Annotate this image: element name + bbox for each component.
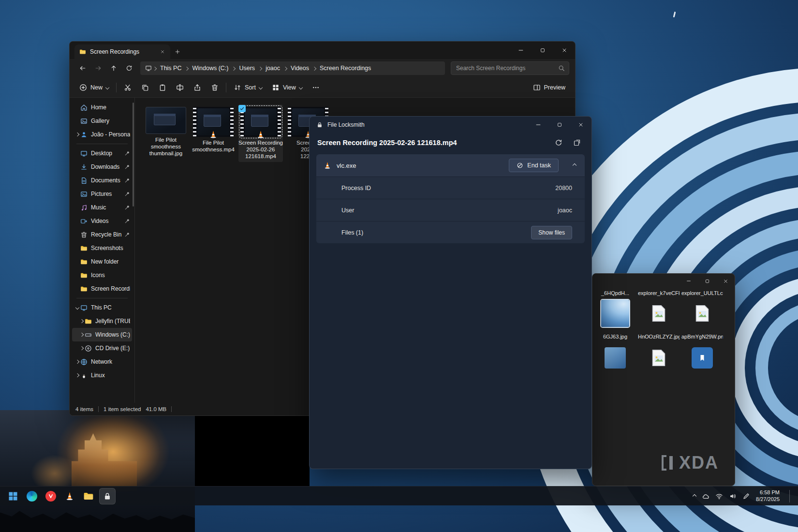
gallery-thumbnail-file[interactable] [681, 298, 723, 329]
sidebar-item-documents[interactable]: Documents [72, 174, 132, 187]
back-button[interactable] [75, 61, 90, 75]
sidebar-item-this-pc[interactable]: This PC [72, 301, 132, 314]
cut-icon [124, 84, 132, 91]
sidebar-item-network[interactable]: Network [72, 355, 132, 369]
new-button[interactable]: New [74, 80, 114, 95]
gallery-thumbnail-file[interactable] [638, 342, 680, 373]
file-locksmith-taskbar-icon[interactable] [99, 488, 116, 504]
image-thumbnail [146, 107, 186, 134]
view-button[interactable]: View [267, 80, 307, 95]
start-button[interactable] [5, 488, 21, 504]
breadcrumb-users[interactable]: Users [236, 65, 257, 72]
edge-icon[interactable] [24, 488, 40, 504]
maximize-button[interactable] [698, 274, 716, 288]
sidebar-item-new-folder[interactable]: New folder [72, 255, 132, 268]
hidden-icons-chevron[interactable] [693, 495, 696, 498]
collapse-chevron[interactable] [573, 164, 576, 167]
tab-screen-recordings[interactable]: Screen Recordings [74, 44, 170, 59]
forward-button[interactable] [91, 61, 105, 75]
close-button[interactable] [553, 42, 575, 59]
selection-checkbox[interactable] [238, 105, 246, 112]
file-item-jpg[interactable]: File Pilot smoothness thumbnail.jpg [144, 104, 188, 159]
breadcrumb-this-pc[interactable]: This PC [158, 65, 184, 72]
search-icon [558, 65, 565, 72]
folder-icon [80, 272, 88, 279]
breadcrumb-windows-c[interactable]: Windows (C:) [190, 65, 231, 72]
tab-strip: Screen Recordings [70, 42, 575, 59]
sidebar-item-jellyfin[interactable]: Jellyfin (TRUEN [72, 314, 132, 328]
sidebar-item-linux[interactable]: Linux [72, 369, 132, 382]
sidebar-item-downloads[interactable]: Downloads [72, 160, 132, 174]
close-button[interactable] [716, 274, 735, 288]
onedrive-person-icon [80, 131, 88, 138]
file-item-mp4[interactable]: File Pilot smoothness.mp4 [191, 104, 236, 155]
show-files-button[interactable]: Show files [531, 226, 572, 239]
pop-out-icon[interactable] [573, 139, 581, 147]
minimize-button[interactable] [680, 274, 698, 288]
documents-icon [80, 177, 88, 184]
sort-button[interactable]: Sort [229, 80, 267, 95]
gallery-thumbnail-app[interactable] [681, 342, 723, 373]
breadcrumb[interactable]: This PC Windows (C:) Users joaoc Videos … [140, 61, 445, 75]
close-button[interactable] [570, 117, 591, 133]
vlc-taskbar-icon[interactable] [61, 488, 78, 504]
sidebar-item-icons[interactable]: Icons [72, 268, 132, 282]
refresh-button[interactable] [122, 61, 136, 75]
wifi-icon[interactable] [715, 492, 723, 500]
sidebar-item-screenshots[interactable]: Screenshots [72, 241, 132, 255]
copy-button[interactable] [136, 80, 154, 95]
preview-button[interactable]: Preview [528, 80, 570, 95]
sidebar-item-windows-c[interactable]: Windows (C:) [72, 328, 132, 341]
window-title: File Locksmith [327, 121, 365, 128]
paste-button[interactable] [154, 80, 171, 95]
sidebar-item-cd-drive[interactable]: CD Drive (E:) P [72, 341, 132, 355]
process-header[interactable]: vlc.exe End task [316, 154, 585, 177]
more-options-button[interactable] [307, 80, 325, 95]
refresh-icon[interactable] [555, 139, 562, 147]
sidebar-item-gallery[interactable]: Gallery [72, 114, 132, 128]
end-task-button[interactable]: End task [509, 159, 559, 172]
share-button[interactable] [189, 80, 206, 95]
sidebar-item-onedrive-personal[interactable]: João - Personal [72, 128, 132, 141]
xda-watermark: XDA [661, 453, 719, 473]
vivaldi-icon[interactable] [43, 488, 59, 504]
sidebar-separator [76, 144, 128, 144]
rename-button[interactable] [171, 80, 189, 95]
cloud-icon[interactable] [702, 492, 709, 500]
sidebar-item-home[interactable]: Home [72, 101, 132, 114]
breadcrumb-joaoc[interactable]: joaoc [263, 65, 282, 72]
search-input[interactable] [451, 61, 569, 75]
tab-close-icon[interactable] [159, 48, 166, 56]
minimize-button[interactable] [510, 42, 532, 59]
cut-button[interactable] [119, 80, 136, 95]
sidebar-scrollbar[interactable] [133, 103, 134, 207]
gallery-thumbnail-photo[interactable] [594, 342, 636, 373]
show-desktop-button[interactable] [789, 490, 791, 502]
sidebar-item-screen-recordings[interactable]: Screen Recordin [72, 282, 132, 296]
breadcrumb-videos[interactable]: Videos [288, 65, 311, 72]
pen-icon[interactable] [742, 492, 750, 500]
sidebar-item-videos[interactable]: Videos [72, 214, 132, 228]
volume-icon[interactable] [729, 492, 737, 500]
gallery-thumbnail-bloom[interactable] [594, 298, 636, 329]
maximize-button[interactable] [549, 117, 570, 133]
new-tab-button[interactable] [170, 44, 185, 59]
breadcrumb-screen-recordings[interactable]: Screen Recordings [317, 65, 373, 72]
file-item-selected-recording[interactable]: Screen Recording 2025-02-26 121618.mp4 [238, 104, 283, 162]
delete-button[interactable] [206, 80, 223, 95]
share-icon [193, 84, 201, 91]
sidebar-item-pictures[interactable]: Pictures [72, 187, 132, 201]
folder-icon [80, 245, 88, 252]
minimize-button[interactable] [528, 117, 549, 133]
up-button[interactable] [106, 61, 121, 75]
maximize-button[interactable] [532, 42, 553, 59]
this-pc-icon [80, 304, 88, 311]
sidebar-item-music[interactable]: Music [72, 201, 132, 214]
selection-count: 1 item selected [103, 406, 141, 412]
locksmith-titlebar: File Locksmith [310, 117, 591, 133]
sidebar-item-desktop[interactable]: Desktop [72, 147, 132, 160]
file-explorer-taskbar-icon[interactable] [80, 488, 97, 504]
gallery-thumbnail-file[interactable] [638, 298, 680, 329]
taskbar-clock[interactable]: 6:58 PM 8/27/2025 [756, 489, 780, 502]
sidebar-item-recycle-bin[interactable]: Recycle Bin [72, 228, 132, 241]
